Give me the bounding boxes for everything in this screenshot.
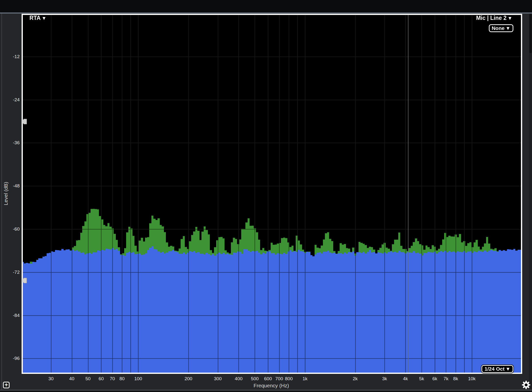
x-tick-label: 700 [275,376,283,381]
x-tick-label: 600 [264,376,272,381]
analyzer-mode-label: RTA [29,15,41,21]
top-bar-separator [0,13,532,13]
input-source-label: Mic | Line 2 [476,15,506,21]
x-tick-label: 70 [110,376,115,381]
x-tick-label: 3k [382,376,387,381]
overlay-trace-dropdown[interactable]: None▼ [489,24,513,32]
level-handle[interactable] [22,278,27,283]
overlay-trace-label: None [492,25,505,31]
y-tick-label: -24 [0,97,20,103]
left-edge-divider [1,13,2,390]
x-tick-label: 6k [432,376,437,381]
x-tick-label: 300 [214,376,222,381]
bandwidth-label: 1/24 Oct [484,366,505,372]
x-tick-label: 50 [85,376,91,381]
bottom-edge-strip [0,391,532,392]
y-tick-label: -48 [0,183,20,189]
y-axis-title: Level (dB) [3,152,9,235]
level-handle[interactable] [22,119,27,124]
chevron-down-icon: ▼ [507,15,512,21]
settings-button[interactable] [521,380,531,390]
chevron-down-icon: ▼ [505,366,510,372]
y-tick-label: -72 [0,270,20,275]
analyzer-mode-dropdown[interactable]: RTA▼ [29,15,46,21]
x-tick-label: 200 [185,376,192,381]
x-tick-label: 10k [468,376,476,381]
y-tick-label: -60 [0,226,20,232]
x-tick-label: 8k [453,376,458,381]
x-tick-label: 30 [48,376,53,381]
x-axis-title: Frequency (Hz) [0,383,532,389]
y-tick-label: -96 [0,356,20,361]
chevron-down-icon: ▼ [505,26,510,31]
x-tick-label: 60 [99,376,104,381]
bandwidth-dropdown[interactable]: 1/24 Oct▼ [481,365,513,373]
y-tick-label: -84 [0,313,20,318]
x-tick-label: 400 [235,376,243,381]
x-tick-label: 5k [419,376,424,381]
top-bar [0,0,532,13]
x-tick-label: 800 [285,376,293,381]
rta-analyzer-app: { "header": { "mode_label": "RTA", "inpu… [0,0,532,392]
add-view-button[interactable]: + [3,382,10,388]
x-tick-label: 7k [443,376,448,381]
x-tick-label: 1k [303,376,307,381]
right-scrollbar-thumb[interactable] [529,14,532,53]
x-tick-label: 4k [403,376,408,381]
y-tick-label: -12 [0,54,20,59]
x-tick-label: 80 [120,376,125,381]
right-scrollbar-track [529,13,532,390]
x-tick-label: 2k [353,376,358,381]
plus-icon: + [4,381,8,388]
gear-icon [521,380,531,390]
x-tick-label: 100 [134,376,142,381]
rta-spectrum-plot[interactable] [23,15,521,373]
input-source-dropdown[interactable]: Mic | Line 2▼ [476,15,512,21]
x-tick-label: 500 [251,376,259,381]
chevron-down-icon: ▼ [42,15,47,21]
y-tick-label: -36 [0,140,20,145]
x-tick-label: 40 [69,376,74,381]
